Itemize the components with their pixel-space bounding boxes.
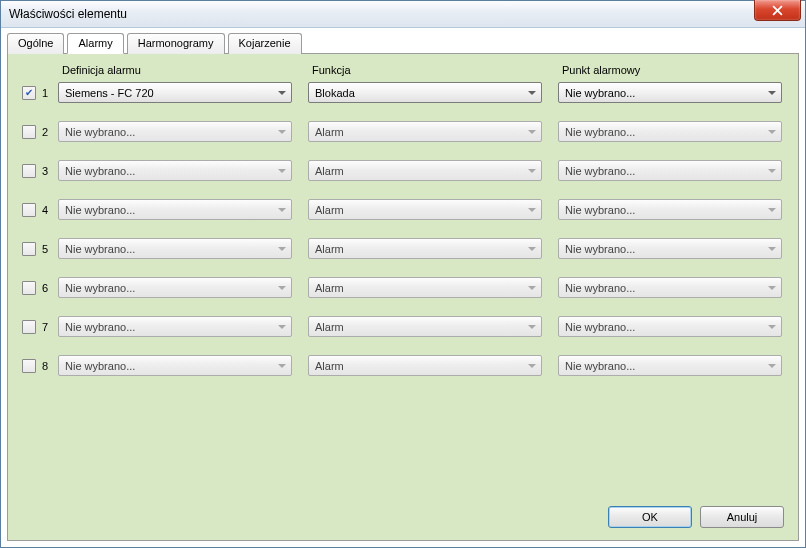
function-dropdown[interactable]: Alarm	[308, 316, 542, 337]
function-dropdown[interactable]: Alarm	[308, 238, 542, 259]
ok-button-label: OK	[642, 511, 658, 523]
close-button[interactable]	[754, 0, 801, 21]
chevron-down-icon	[768, 325, 776, 329]
function-value: Alarm	[315, 321, 344, 333]
chevron-down-icon	[278, 208, 286, 212]
chevron-down-icon	[278, 169, 286, 173]
chevron-down-icon	[278, 247, 286, 251]
header-point: Punkt alarmowy	[562, 64, 784, 76]
chevron-down-icon	[768, 91, 776, 95]
alarm-row: 7Nie wybrano...AlarmNie wybrano...	[22, 316, 784, 337]
cancel-button-label: Anuluj	[727, 511, 758, 523]
point-dropdown[interactable]: Nie wybrano...	[558, 121, 782, 142]
function-value: Alarm	[315, 243, 344, 255]
point-dropdown[interactable]: Nie wybrano...	[558, 82, 782, 103]
chevron-down-icon	[528, 286, 536, 290]
point-value: Nie wybrano...	[565, 243, 635, 255]
point-value: Nie wybrano...	[565, 282, 635, 294]
function-dropdown[interactable]: Blokada	[308, 82, 542, 103]
row-checkbox[interactable]	[22, 203, 36, 217]
row-checkbox[interactable]	[22, 164, 36, 178]
row-number: 6	[42, 282, 58, 294]
point-value: Nie wybrano...	[565, 87, 635, 99]
function-dropdown[interactable]: Alarm	[308, 277, 542, 298]
point-dropdown[interactable]: Nie wybrano...	[558, 160, 782, 181]
alarm-row: 8Nie wybrano...AlarmNie wybrano...	[22, 355, 784, 376]
header-function: Funkcja	[312, 64, 562, 76]
point-value: Nie wybrano...	[565, 321, 635, 333]
tab-alarms[interactable]: Alarmy	[67, 33, 123, 54]
row-checkbox[interactable]	[22, 242, 36, 256]
chevron-down-icon	[768, 364, 776, 368]
point-value: Nie wybrano...	[565, 360, 635, 372]
definition-dropdown[interactable]: Nie wybrano...	[58, 160, 292, 181]
row-checkbox[interactable]	[22, 281, 36, 295]
column-headers: Definicja alarmu Funkcja Punkt alarmowy	[22, 64, 784, 76]
alarm-row: 6Nie wybrano...AlarmNie wybrano...	[22, 277, 784, 298]
row-number: 2	[42, 126, 58, 138]
definition-value: Nie wybrano...	[65, 126, 135, 138]
function-dropdown[interactable]: Alarm	[308, 160, 542, 181]
definition-dropdown[interactable]: Siemens - FC 720	[58, 82, 292, 103]
function-value: Alarm	[315, 165, 344, 177]
alarm-row: 5Nie wybrano...AlarmNie wybrano...	[22, 238, 784, 259]
rows-container: 1Siemens - FC 720BlokadaNie wybrano...2N…	[22, 82, 784, 394]
definition-value: Siemens - FC 720	[65, 87, 154, 99]
point-value: Nie wybrano...	[565, 204, 635, 216]
ok-button[interactable]: OK	[608, 506, 692, 528]
alarms-panel: Definicja alarmu Funkcja Punkt alarmowy …	[7, 53, 799, 541]
dialog-window: Właściwości elementu Ogólne Alarmy Harmo…	[0, 0, 806, 548]
definition-value: Nie wybrano...	[65, 282, 135, 294]
definition-dropdown[interactable]: Nie wybrano...	[58, 199, 292, 220]
row-checkbox[interactable]	[22, 86, 36, 100]
definition-value: Nie wybrano...	[65, 165, 135, 177]
definition-dropdown[interactable]: Nie wybrano...	[58, 316, 292, 337]
row-number: 4	[42, 204, 58, 216]
point-dropdown[interactable]: Nie wybrano...	[558, 199, 782, 220]
chevron-down-icon	[278, 286, 286, 290]
tab-pairing-label: Kojarzenie	[239, 37, 291, 49]
point-value: Nie wybrano...	[565, 126, 635, 138]
function-value: Alarm	[315, 282, 344, 294]
row-checkbox[interactable]	[22, 359, 36, 373]
row-checkbox[interactable]	[22, 125, 36, 139]
titlebar[interactable]: Właściwości elementu	[1, 1, 805, 28]
definition-value: Nie wybrano...	[65, 204, 135, 216]
definition-value: Nie wybrano...	[65, 243, 135, 255]
tab-general[interactable]: Ogólne	[7, 33, 64, 54]
chevron-down-icon	[768, 169, 776, 173]
chevron-down-icon	[528, 91, 536, 95]
point-dropdown[interactable]: Nie wybrano...	[558, 316, 782, 337]
alarm-row: 2Nie wybrano...AlarmNie wybrano...	[22, 121, 784, 142]
chevron-down-icon	[278, 130, 286, 134]
definition-dropdown[interactable]: Nie wybrano...	[58, 238, 292, 259]
definition-dropdown[interactable]: Nie wybrano...	[58, 355, 292, 376]
close-icon	[772, 5, 783, 16]
function-dropdown[interactable]: Alarm	[308, 355, 542, 376]
definition-value: Nie wybrano...	[65, 321, 135, 333]
point-dropdown[interactable]: Nie wybrano...	[558, 277, 782, 298]
function-dropdown[interactable]: Alarm	[308, 121, 542, 142]
row-number: 8	[42, 360, 58, 372]
chevron-down-icon	[278, 325, 286, 329]
point-dropdown[interactable]: Nie wybrano...	[558, 355, 782, 376]
tab-alarms-label: Alarmy	[78, 37, 112, 49]
alarm-row: 3Nie wybrano...AlarmNie wybrano...	[22, 160, 784, 181]
definition-value: Nie wybrano...	[65, 360, 135, 372]
window-title: Właściwości elementu	[9, 7, 127, 21]
row-number: 3	[42, 165, 58, 177]
function-dropdown[interactable]: Alarm	[308, 199, 542, 220]
tab-pairing[interactable]: Kojarzenie	[228, 33, 302, 54]
point-value: Nie wybrano...	[565, 165, 635, 177]
point-dropdown[interactable]: Nie wybrano...	[558, 238, 782, 259]
tab-schedules[interactable]: Harmonogramy	[127, 33, 225, 54]
definition-dropdown[interactable]: Nie wybrano...	[58, 121, 292, 142]
chevron-down-icon	[528, 208, 536, 212]
definition-dropdown[interactable]: Nie wybrano...	[58, 277, 292, 298]
row-checkbox[interactable]	[22, 320, 36, 334]
tab-general-label: Ogólne	[18, 37, 53, 49]
function-value: Alarm	[315, 126, 344, 138]
function-value: Alarm	[315, 204, 344, 216]
cancel-button[interactable]: Anuluj	[700, 506, 784, 528]
tab-schedules-label: Harmonogramy	[138, 37, 214, 49]
